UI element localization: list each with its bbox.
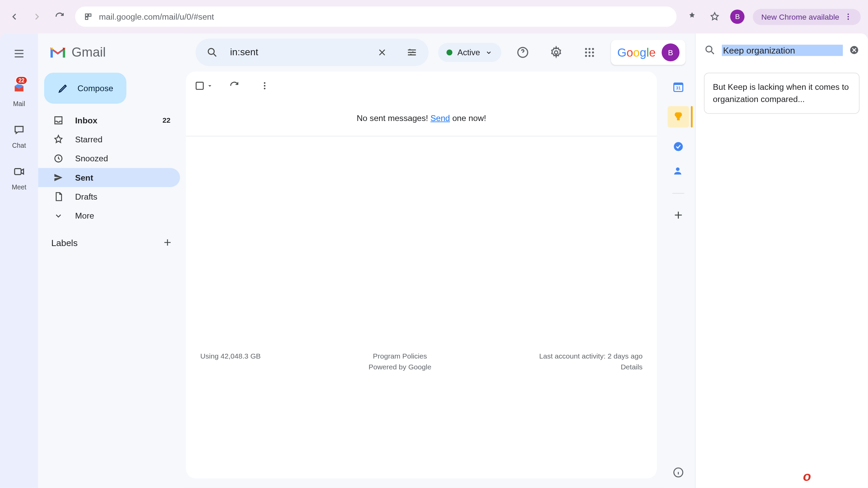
- svg-text:31: 31: [676, 85, 681, 90]
- google-account-box[interactable]: Google B: [611, 40, 686, 65]
- chrome-profile-avatar[interactable]: B: [730, 9, 745, 24]
- svg-point-16: [585, 52, 587, 54]
- gmail-topbar: Active Google B: [186, 33, 695, 72]
- rail-meet[interactable]: Meet: [9, 162, 28, 190]
- svg-rect-1: [88, 14, 91, 16]
- nav-more[interactable]: More: [38, 206, 180, 225]
- keep-search-text[interactable]: Keep organization: [722, 44, 843, 56]
- search-box[interactable]: [196, 39, 429, 66]
- keep-panel: Keep organization But Keep is lacking wh…: [695, 33, 868, 488]
- side-info-button[interactable]: [672, 467, 684, 479]
- nav-inbox[interactable]: Inbox 22: [38, 111, 180, 130]
- star-icon: [53, 134, 64, 145]
- chevron-down-icon: [53, 210, 64, 221]
- svg-rect-7: [51, 49, 53, 58]
- address-bar[interactable]: mail.google.com/mail/u/0/#sent: [75, 6, 677, 27]
- add-addon-button[interactable]: [672, 209, 684, 221]
- mail-area: No sent messages! Send one now! Using 42…: [186, 72, 657, 479]
- search-input[interactable]: [230, 47, 364, 58]
- apps-button[interactable]: [578, 41, 601, 64]
- pencil-icon: [57, 82, 69, 94]
- side-divider: [672, 193, 684, 194]
- gmail-logo-text: Gmail: [72, 45, 106, 60]
- storage-text: Using 42,048.3 GB: [200, 352, 261, 361]
- empty-state: No sent messages! Send one now!: [186, 100, 657, 136]
- left-nav: Gmail Compose Inbox 22 Starred Snooze: [38, 33, 186, 488]
- svg-point-15: [592, 48, 594, 50]
- file-icon: [53, 191, 64, 202]
- svg-point-18: [592, 52, 594, 54]
- send-link[interactable]: Send: [431, 113, 450, 123]
- more-vert-icon: [844, 13, 852, 21]
- back-button[interactable]: [7, 9, 21, 24]
- main-menu-button[interactable]: [7, 42, 31, 65]
- account-avatar[interactable]: B: [662, 43, 679, 61]
- compose-button[interactable]: Compose: [44, 73, 126, 103]
- svg-point-25: [264, 88, 265, 89]
- svg-point-4: [848, 16, 849, 17]
- google-logo-text: Google: [617, 45, 655, 59]
- svg-point-3: [848, 14, 849, 15]
- svg-point-24: [264, 85, 265, 87]
- svg-rect-27: [674, 83, 683, 85]
- svg-point-14: [589, 48, 591, 50]
- status-chip[interactable]: Active: [438, 43, 502, 62]
- site-info-icon[interactable]: [83, 12, 93, 21]
- svg-rect-0: [85, 14, 88, 16]
- keep-icon[interactable]: [668, 106, 689, 127]
- svg-point-13: [585, 48, 587, 50]
- svg-point-32: [706, 46, 712, 52]
- policies-link[interactable]: Program Policies: [373, 352, 427, 361]
- tasks-icon[interactable]: [672, 141, 684, 152]
- keep-clear-button[interactable]: [849, 45, 860, 56]
- inbox-icon: [53, 115, 64, 126]
- svg-point-30: [676, 167, 680, 171]
- more-actions-button[interactable]: [255, 76, 274, 95]
- forward-button[interactable]: [30, 9, 44, 24]
- chevron-down-icon: [485, 48, 493, 57]
- gmail-logo-icon: [49, 46, 67, 59]
- refresh-button[interactable]: [224, 76, 244, 96]
- rail-mail[interactable]: 22 Mail: [9, 79, 28, 107]
- select-all-checkbox[interactable]: [194, 80, 213, 91]
- svg-point-29: [674, 142, 683, 151]
- svg-rect-2: [85, 17, 88, 19]
- clear-search-button[interactable]: [370, 41, 394, 64]
- svg-point-5: [848, 18, 849, 20]
- extensions-icon[interactable]: [685, 9, 699, 24]
- nav-sent[interactable]: Sent: [38, 168, 180, 187]
- bookmark-star-icon[interactable]: [708, 9, 722, 24]
- add-label-button[interactable]: [162, 237, 173, 248]
- nav-snoozed[interactable]: Snoozed: [38, 149, 180, 168]
- app-rail: 22 Mail Chat Meet: [0, 33, 38, 488]
- mail-badge: 22: [16, 76, 27, 85]
- meet-icon: [13, 166, 25, 178]
- send-icon: [53, 172, 64, 183]
- svg-point-23: [264, 82, 265, 84]
- chat-icon: [13, 124, 25, 136]
- keep-note-result[interactable]: But Keep is lacking when it comes to org…: [704, 73, 860, 114]
- search-options-button[interactable]: [400, 41, 424, 64]
- labels-heading: Labels: [51, 238, 78, 248]
- caret-down-icon: [206, 82, 213, 89]
- svg-point-10: [208, 48, 214, 55]
- new-chrome-button[interactable]: New Chrome available: [753, 8, 861, 24]
- activity-text: Last account activity: 2 days ago: [539, 352, 643, 361]
- nav-drafts[interactable]: Drafts: [38, 187, 180, 206]
- nav-starred[interactable]: Starred: [38, 130, 180, 149]
- url-text: mail.google.com/mail/u/0/#sent: [99, 12, 214, 21]
- search-icon[interactable]: [200, 46, 224, 58]
- svg-point-17: [589, 52, 591, 54]
- watermark: Pocket-lint: [794, 469, 858, 485]
- svg-point-19: [585, 55, 587, 57]
- support-button[interactable]: [511, 41, 535, 64]
- svg-point-21: [592, 55, 594, 57]
- powered-text: Powered by Google: [369, 363, 431, 371]
- settings-button[interactable]: [545, 41, 568, 64]
- reload-button[interactable]: [53, 9, 67, 24]
- calendar-icon[interactable]: 31: [672, 81, 684, 93]
- details-link[interactable]: Details: [621, 363, 643, 371]
- keep-search-icon[interactable]: [704, 44, 716, 56]
- contacts-icon[interactable]: [672, 166, 684, 178]
- rail-chat[interactable]: Chat: [9, 120, 28, 149]
